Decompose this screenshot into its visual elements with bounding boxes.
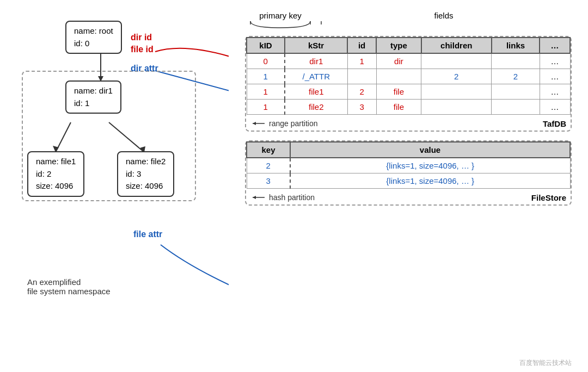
cell-id: 3 xyxy=(347,100,376,115)
cell-children: 2 xyxy=(421,69,492,84)
node-file2-line2: id: 3 xyxy=(126,168,166,181)
th-type: type xyxy=(376,38,421,53)
table-row: 1 file2 3 file … xyxy=(247,100,570,115)
tafdb-footer: range partition TafDB xyxy=(246,115,571,131)
th-children: children xyxy=(421,38,492,53)
cell-links xyxy=(492,100,540,115)
annotation-dir-id: dir id file id xyxy=(131,32,154,56)
cell-children xyxy=(421,100,492,115)
cell-type xyxy=(376,69,421,84)
filestore-table: key value 2 {links=1, size=4096, … } 3 {… xyxy=(246,141,571,189)
th-kstr: kStr xyxy=(285,38,347,53)
svg-marker-12 xyxy=(253,196,256,199)
cell-id xyxy=(347,69,376,84)
right-side: primary key fields xyxy=(245,11,572,359)
cell-kid: 1 xyxy=(247,100,285,115)
tafdb-section: primary key fields xyxy=(245,11,572,132)
cell-id: 2 xyxy=(347,84,376,100)
annotation-file-attr: file attr xyxy=(133,228,162,240)
cell-type: file xyxy=(376,84,421,100)
th-dots: … xyxy=(540,38,570,53)
th-value: value xyxy=(290,142,570,158)
fields-label: fields xyxy=(316,11,572,32)
table-row: 2 {links=1, size=4096, … } xyxy=(247,158,570,173)
tafdb-table: kID kStr id type children links … 0 xyxy=(246,37,571,115)
cell-kid: 0 xyxy=(247,53,285,69)
node-dir1-line1: name: dir1 xyxy=(74,85,113,97)
table-row: 0 dir1 1 dir … xyxy=(247,53,570,69)
node-file2-line3: size: 4096 xyxy=(126,180,166,193)
node-file2: name: file2 id: 3 size: 4096 xyxy=(117,151,174,197)
range-partition-label: range partition xyxy=(250,119,318,128)
node-file1-line1: name: file1 xyxy=(36,156,76,168)
node-dir1: name: dir1 id: 1 xyxy=(65,80,121,114)
cell-kstr: file2 xyxy=(285,100,347,115)
cell-dots: … xyxy=(540,100,570,115)
filestore-tbody: 2 {links=1, size=4096, … } 3 {links=1, s… xyxy=(247,158,570,189)
node-file1-line3: size: 4096 xyxy=(36,180,76,193)
cell-type: dir xyxy=(376,53,421,69)
tafdb-label: TafDB xyxy=(543,119,566,128)
cell-dots: … xyxy=(540,69,570,84)
table-row: 1 file1 2 file … xyxy=(247,84,570,100)
node-root-line2: id: 0 xyxy=(74,38,113,50)
caption: An exemplified file system namespace xyxy=(27,277,111,296)
hash-partition-label: hash partition xyxy=(250,193,315,202)
left-side: name: root id: 0 name: dir1 id: 1 name: … xyxy=(16,11,229,359)
table-row: 1 /_ATTR 2 2 … xyxy=(247,69,570,84)
th-key: key xyxy=(247,142,290,158)
node-dir1-line2: id: 1 xyxy=(74,97,113,110)
filestore-footer: hash partition FileStore xyxy=(246,189,571,204)
cell-kid: 1 xyxy=(247,84,285,100)
node-root: name: root id: 0 xyxy=(65,21,122,54)
cell-links: 2 xyxy=(492,69,540,84)
node-file2-line1: name: file2 xyxy=(126,156,166,168)
watermark: 百度智能云技术站 xyxy=(519,358,572,368)
cell-kid: 1 xyxy=(247,69,285,84)
cell-children xyxy=(421,84,492,100)
cell-kstr: /_ATTR xyxy=(285,69,347,84)
primary-key-label: primary key xyxy=(245,11,316,32)
tree-area: name: root id: 0 name: dir1 id: 1 name: … xyxy=(16,11,229,294)
cell-links xyxy=(492,84,540,100)
tafdb-tbody: 0 dir1 1 dir … 1 /_ATTR xyxy=(247,53,570,115)
svg-marker-10 xyxy=(253,122,256,125)
node-file1-line2: id: 2 xyxy=(36,168,76,181)
cell-dots: … xyxy=(540,84,570,100)
cell-id: 1 xyxy=(347,53,376,69)
cell-dots: … xyxy=(540,53,570,69)
cell-key: 3 xyxy=(247,173,290,189)
annotation-dir-attr: dir attr xyxy=(131,63,158,75)
filestore-table-section: key value 2 {links=1, size=4096, … } 3 {… xyxy=(245,140,572,206)
cell-key: 2 xyxy=(247,158,290,173)
cell-kstr: dir1 xyxy=(285,53,347,69)
main-container: name: root id: 0 name: dir1 id: 1 name: … xyxy=(0,0,588,372)
table-row: 3 {links=1, size=4096, … } xyxy=(247,173,570,189)
cell-type: file xyxy=(376,100,421,115)
cell-children xyxy=(421,53,492,69)
th-id: id xyxy=(347,38,376,53)
cell-links xyxy=(492,53,540,69)
th-links: links xyxy=(492,38,540,53)
brace-area: primary key fields xyxy=(245,11,572,35)
tafdb-table-section: kID kStr id type children links … 0 xyxy=(245,36,572,132)
th-kid: kID xyxy=(247,38,285,53)
node-file1: name: file1 id: 2 size: 4096 xyxy=(27,151,84,197)
filestore-label: FileStore xyxy=(531,193,566,202)
filestore-section: key value 2 {links=1, size=4096, … } 3 {… xyxy=(245,140,572,206)
node-root-line1: name: root xyxy=(74,25,113,38)
cell-value: {links=1, size=4096, … } xyxy=(290,158,570,173)
cell-kstr: file1 xyxy=(285,84,347,100)
cell-value: {links=1, size=4096, … } xyxy=(290,173,570,189)
